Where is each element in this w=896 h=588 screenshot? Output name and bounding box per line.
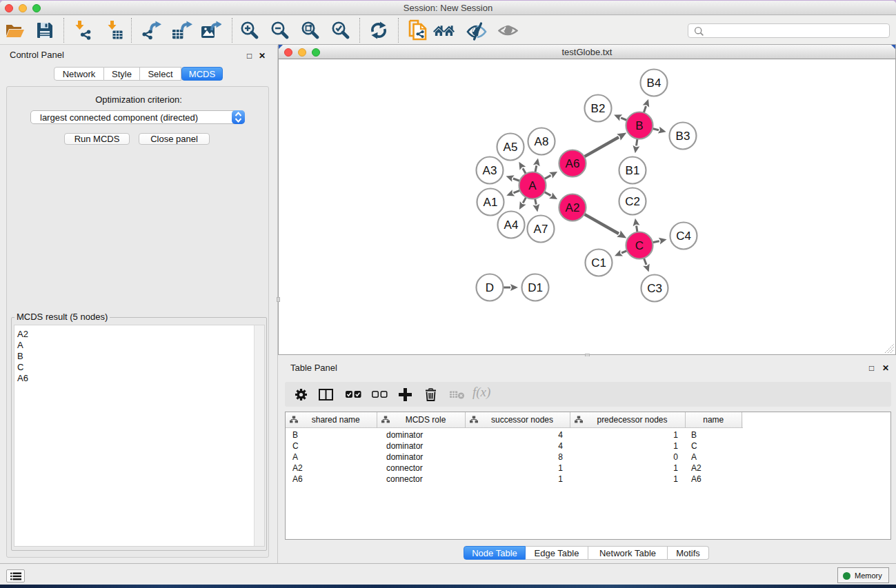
svg-text:A5: A5 [504, 141, 518, 154]
svg-text:A2: A2 [566, 201, 580, 214]
svg-text:A3: A3 [483, 164, 497, 177]
svg-text:C4: C4 [676, 230, 691, 243]
svg-text:A: A [528, 179, 537, 192]
svg-text:A6: A6 [566, 157, 580, 170]
svg-text:A1: A1 [484, 196, 498, 209]
svg-text:D1: D1 [528, 281, 543, 294]
svg-text:A4: A4 [504, 219, 519, 232]
svg-text:D: D [486, 281, 494, 294]
svg-text:C: C [635, 239, 644, 252]
svg-text:B: B [635, 119, 643, 132]
svg-text:B3: B3 [676, 130, 690, 143]
svg-text:B4: B4 [647, 77, 661, 90]
svg-text:B2: B2 [591, 102, 606, 115]
svg-text:A8: A8 [535, 135, 549, 148]
svg-text:B1: B1 [626, 164, 640, 177]
svg-text:A7: A7 [534, 223, 548, 236]
svg-text:C1: C1 [591, 256, 606, 270]
svg-text:C2: C2 [625, 195, 640, 208]
svg-text:C3: C3 [647, 282, 662, 295]
